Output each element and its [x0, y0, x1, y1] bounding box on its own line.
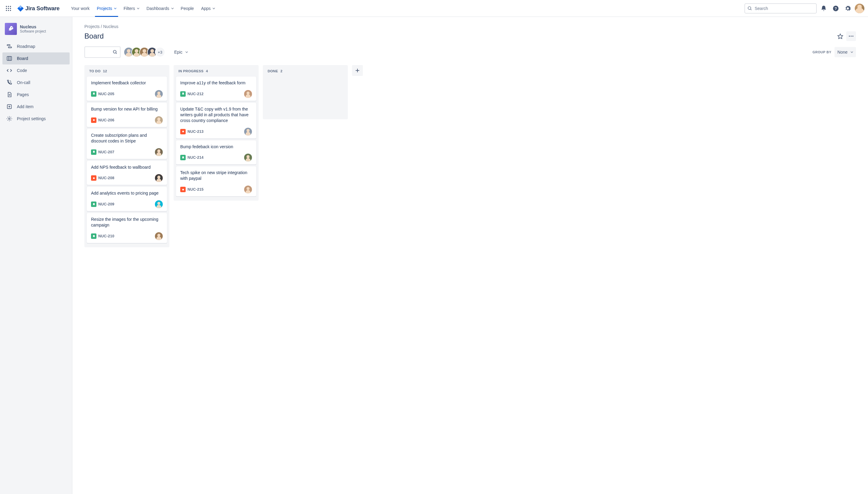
add-icon: [6, 103, 13, 110]
roadmap-icon: [6, 43, 13, 50]
issue-card[interactable]: Add NPS feedback to wallboardNUC-208: [87, 161, 167, 185]
issue-key: NUC-206: [98, 118, 114, 122]
issue-key: NUC-208: [98, 176, 114, 180]
add-column-button[interactable]: [352, 65, 363, 76]
issue-type-story-icon: [180, 91, 186, 97]
sidebar-item-roadmap[interactable]: Roadmap: [2, 40, 70, 52]
global-search[interactable]: [744, 3, 817, 14]
assignee-filter-stack[interactable]: +3: [124, 47, 165, 57]
issue-key: NUC-210: [98, 234, 114, 238]
breadcrumb-projects[interactable]: Projects: [85, 24, 100, 29]
sidebar-item-oncall[interactable]: On-call: [2, 77, 70, 89]
app-switcher-button[interactable]: [4, 4, 13, 13]
settings-button[interactable]: [843, 3, 853, 14]
assignee-avatar[interactable]: [155, 232, 163, 240]
assignee-avatar[interactable]: [155, 148, 163, 156]
issue-key: NUC-214: [187, 155, 204, 160]
sidebar-item-settings[interactable]: Project settings: [2, 113, 70, 125]
issue-card[interactable]: Bump fedeback icon versionNUC-214: [176, 140, 256, 165]
breadcrumb: Projects / Nucleus: [85, 24, 856, 29]
issue-card[interactable]: Improve a11y of the feedback formNUC-212: [176, 77, 256, 101]
svg-rect-0: [6, 6, 7, 7]
card-title: Bump version for new API for billing: [91, 106, 163, 112]
column-label: TO DO: [89, 69, 101, 73]
star-button[interactable]: [835, 31, 845, 41]
board-search[interactable]: [85, 46, 121, 58]
more-actions-button[interactable]: [846, 31, 856, 41]
assignee-avatar[interactable]: [244, 90, 252, 98]
nav-apps[interactable]: Apps: [198, 0, 218, 17]
svg-line-10: [751, 9, 751, 10]
profile-avatar[interactable]: [855, 4, 864, 13]
chevron-down-icon: [213, 7, 215, 9]
assignee-avatar[interactable]: [244, 128, 252, 136]
project-header[interactable]: Nucleus Software project: [2, 23, 70, 40]
breadcrumb-sep: /: [100, 24, 104, 29]
notifications-button[interactable]: [818, 3, 829, 14]
nav-filters[interactable]: Filters: [121, 0, 142, 17]
nav-items: Your work Projects Filters Dashboards Pe…: [68, 0, 218, 17]
nav-label: Dashboards: [146, 6, 169, 11]
breadcrumb-current: Nucleus: [103, 24, 118, 29]
issue-card[interactable]: Create subscription plans and discount c…: [87, 129, 167, 159]
sidebar-item-code[interactable]: Code: [2, 64, 70, 77]
sidebar-item-pages[interactable]: Pages: [2, 89, 70, 101]
card-title: Resize the images for the upcoming campa…: [91, 216, 163, 228]
svg-marker-25: [838, 34, 843, 39]
issue-key: NUC-215: [187, 187, 204, 192]
project-avatar: [5, 23, 17, 35]
assignee-avatar[interactable]: [155, 116, 163, 124]
chevron-down-icon: [137, 7, 140, 9]
card-title: Bump fedeback icon version: [180, 144, 252, 150]
avatar-overflow[interactable]: +3: [155, 47, 165, 57]
nav-dashboards[interactable]: Dashboards: [144, 0, 177, 17]
sidebar-label: Code: [17, 68, 27, 73]
star-icon: [837, 33, 843, 39]
issue-card[interactable]: Bump version for new API for billingNUC-…: [87, 103, 167, 127]
search-icon: [113, 50, 117, 55]
assignee-avatar[interactable]: [244, 186, 252, 193]
board-icon: [6, 55, 13, 62]
sidebar-item-board[interactable]: Board: [2, 52, 70, 64]
card-title: Tech spike on new stripe integration wit…: [180, 170, 252, 181]
help-button[interactable]: ?: [831, 3, 841, 14]
nav-people[interactable]: People: [178, 0, 197, 17]
issue-card[interactable]: Resize the images for the upcoming campa…: [87, 213, 167, 243]
issue-key: NUC-212: [187, 92, 204, 96]
help-icon: ?: [832, 5, 839, 12]
page-title: Board: [85, 32, 104, 40]
svg-point-26: [849, 36, 850, 36]
svg-point-32: [93, 177, 95, 179]
card-title: Update T&C copy with v1.9 from the write…: [180, 106, 252, 124]
issue-type-story-icon: [91, 233, 96, 239]
sidebar-label: On-call: [17, 80, 30, 85]
group-by-select[interactable]: None: [834, 47, 856, 57]
card-title: Add analytics events to pricing page: [91, 190, 163, 196]
issue-key: NUC-213: [187, 130, 204, 134]
sidebar-item-add[interactable]: Add item: [2, 101, 70, 113]
assignee-avatar[interactable]: [155, 200, 163, 208]
assignee-avatar[interactable]: [155, 90, 163, 98]
assignee-avatar[interactable]: [244, 154, 252, 162]
svg-point-28: [852, 36, 853, 36]
svg-rect-14: [7, 44, 10, 45]
issue-card[interactable]: Update T&C copy with v1.9 from the write…: [176, 103, 256, 138]
nav-your-work[interactable]: Your work: [68, 0, 93, 17]
svg-text:?: ?: [834, 6, 837, 11]
assignee-avatar[interactable]: [155, 174, 163, 182]
svg-rect-1: [8, 6, 9, 7]
global-search-input[interactable]: [755, 6, 814, 11]
main-content: Projects / Nucleus Board +3 Epic: [72, 17, 868, 494]
issue-card[interactable]: Add analytics events to pricing pageNUC-…: [87, 187, 167, 211]
svg-rect-16: [7, 56, 12, 60]
chevron-down-icon: [851, 51, 853, 53]
group-by-label: GROUP BY: [813, 50, 831, 54]
svg-rect-3: [6, 8, 7, 9]
epic-filter-button[interactable]: Epic: [171, 48, 191, 56]
issue-card[interactable]: Implement feedback collectorNUC-205: [87, 77, 167, 101]
issue-card[interactable]: Tech spike on new stripe integration wit…: [176, 166, 256, 196]
column-label: DONE: [267, 69, 278, 73]
jira-logo[interactable]: Jira Software: [15, 5, 62, 12]
chevron-down-icon: [171, 7, 173, 9]
nav-projects[interactable]: Projects: [94, 0, 119, 17]
